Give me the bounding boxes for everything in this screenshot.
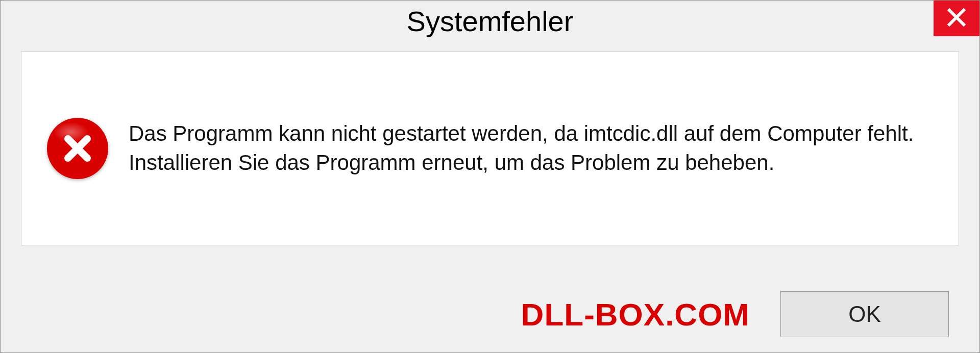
ok-button[interactable]: OK bbox=[780, 291, 949, 337]
error-message: Das Programm kann nicht gestartet werden… bbox=[129, 119, 938, 177]
close-button[interactable] bbox=[934, 1, 979, 36]
watermark-text: DLL-BOX.COM bbox=[521, 296, 750, 333]
error-dialog: Systemfehler Das Programm kann nicht ges… bbox=[0, 0, 980, 353]
dialog-title: Systemfehler bbox=[407, 5, 574, 38]
close-icon bbox=[946, 7, 967, 30]
footer: DLL-BOX.COM OK bbox=[1, 291, 979, 337]
titlebar: Systemfehler bbox=[1, 1, 979, 41]
content-panel: Das Programm kann nicht gestartet werden… bbox=[21, 52, 959, 245]
ok-button-label: OK bbox=[848, 301, 881, 327]
error-icon bbox=[42, 113, 113, 184]
